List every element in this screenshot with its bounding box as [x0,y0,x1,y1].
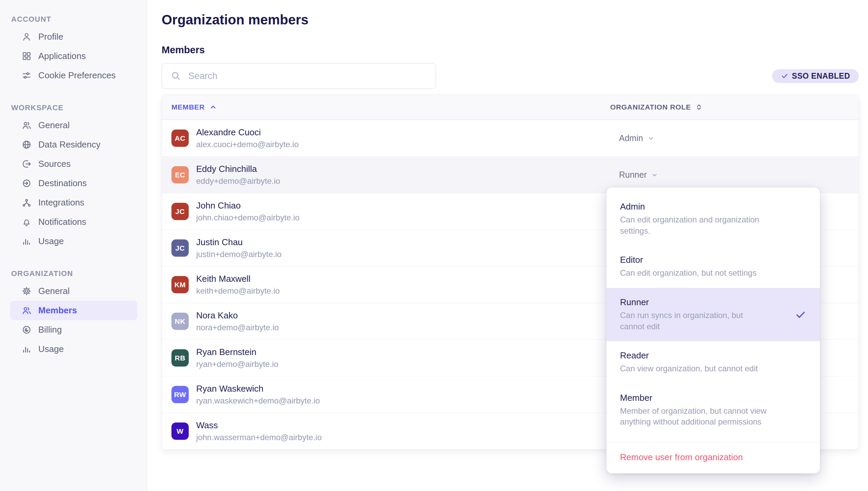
remove-user-link[interactable]: Remove user from organization [606,443,820,473]
sidebar-item-label: Usage [38,236,64,247]
role-option-description: Can run syncs in organization, but canno… [620,310,766,332]
role-option-editor[interactable]: Editor Can edit organization, but not se… [606,246,820,288]
sidebar-item-label: Data Residency [38,139,101,150]
sidebar-section-account: ACCOUNT [11,15,137,24]
sidebar-item-label: General [38,120,70,131]
sidebar-item-applications[interactable]: Applications [10,46,137,66]
selected-check-icon [795,309,806,320]
sidebar-item-destinations[interactable]: Destinations [10,174,137,193]
sso-badge-label: SSO ENABLED [792,72,850,81]
users-icon [21,120,32,131]
check-icon [781,72,788,80]
avatar: JC [171,203,189,220]
sidebar-item-label: Profile [38,32,63,42]
sort-asc-icon [209,103,217,111]
sidebar-item-data-residency[interactable]: Data Residency [10,135,137,154]
sidebar-item-label: Applications [38,51,86,61]
destination-icon [21,178,32,189]
role-option-runner[interactable]: Runner Can run syncs in organization, bu… [606,288,820,341]
source-icon [21,159,32,169]
sidebar-item-label: General [38,286,70,296]
table-row: AC Alexandre Cuocialex.cuoci+demo@airbyt… [162,120,859,156]
sidebar-item-label: Sources [38,159,70,169]
sidebar-item-label: Cookie Preferences [38,70,116,81]
member-email: ryan.waskewich+demo@airbyte.io [196,395,320,406]
avatar: NK [171,313,189,330]
column-header-organization-role[interactable]: ORGANIZATION ROLE [610,103,859,111]
grid-icon [21,51,32,61]
role-dropdown-trigger[interactable]: Admin [610,133,859,143]
sidebar-item-label: Members [38,305,77,316]
search-icon [170,71,181,81]
sidebar-item-workspace-general[interactable]: General [10,116,137,135]
role-option-member[interactable]: Member Member of organization, but canno… [606,384,820,437]
member-name: Ryan Waskewich [196,383,320,394]
role-option-admin[interactable]: Admin Can edit organization and organiza… [606,192,820,246]
member-email: john.wasserman+demo@airbyte.io [196,432,322,443]
member-email: eddy+demo@airbyte.io [196,176,280,186]
member-email: ryan+demo@airbyte.io [196,359,278,369]
role-option-title: Member [620,393,806,403]
sidebar-item-profile[interactable]: Profile [10,27,137,46]
chevron-down-icon [651,171,658,179]
role-option-description: Can view organization, but cannot edit [620,363,791,374]
member-name: John Chiao [196,200,299,211]
sort-both-icon [695,103,703,111]
sidebar-item-members[interactable]: Members [10,301,137,320]
sidebar-item-billing[interactable]: Billing [10,320,137,339]
sidebar-item-workspace-usage[interactable]: Usage [10,232,137,251]
member-name: Ryan Bernstein [196,347,278,358]
column-header-member[interactable]: MEMBER [162,103,610,111]
sidebar-item-cookie-preferences[interactable]: Cookie Preferences [10,66,137,85]
member-name: Keith Maxwell [196,273,280,284]
sidebar-item-sources[interactable]: Sources [10,154,137,174]
globe-icon [21,139,32,150]
role-option-title: Reader [620,350,806,361]
gear-icon [21,286,32,296]
role-dropdown-trigger[interactable]: Runner [610,170,859,180]
sidebar-item-label: Usage [38,344,64,354]
member-cell: NK Nora Kakonora+demo@airbyte.io [162,310,610,333]
search-box [162,63,436,89]
avatar: AC [171,130,189,147]
member-cell: EC Eddy Chinchillaeddy+demo@airbyte.io [162,163,610,186]
member-name: Alexandre Cuoci [196,127,299,138]
role-option-title: Runner [620,297,791,308]
sidebar-item-integrations[interactable]: Integrations [10,193,137,212]
search-input[interactable] [162,63,436,89]
role-option-reader[interactable]: Reader Can view organization, but cannot… [606,341,820,384]
member-cell: JC John Chiaojohn.chiao+demo@airbyte.io [162,200,610,223]
member-name: Wass [196,420,322,431]
sidebar-item-organization-general[interactable]: General [10,281,137,301]
member-email: john.chiao+demo@airbyte.io [196,212,299,223]
role-option-description: Can edit organization and organization s… [620,214,791,236]
sidebar-item-organization-usage[interactable]: Usage [10,339,137,359]
bell-icon [21,217,32,227]
bar-chart-icon [21,344,32,354]
table-header: MEMBER ORGANIZATION ROLE [162,95,859,120]
bar-chart-icon [21,236,32,247]
member-name: Eddy Chinchilla [196,163,280,175]
sso-enabled-badge: SSO ENABLED [772,69,859,83]
coin-icon [21,325,32,335]
member-cell: AC Alexandre Cuocialex.cuoci+demo@airbyt… [162,127,610,150]
member-email: alex.cuoci+demo@airbyte.io [196,139,299,150]
member-cell: W Wassjohn.wasserman+demo@airbyte.io [162,420,610,443]
avatar: W [171,423,189,440]
member-column-label: MEMBER [171,103,205,111]
sidebar-item-label: Notifications [38,217,86,227]
members-toolbar: SSO ENABLED [162,63,859,89]
avatar: EC [171,166,189,183]
member-cell: JC Justin Chaujustin+demo@airbyte.io [162,237,610,259]
sidebar-section-workspace: WORKSPACE [11,103,137,112]
member-cell: KM Keith Maxwellkeith+demo@airbyte.io [162,273,610,296]
role-option-description: Can edit organization, but not settings [620,268,791,279]
sidebar-item-label: Destinations [38,178,87,189]
sidebar-item-notifications[interactable]: Notifications [10,212,137,232]
avatar: JC [171,239,189,257]
sidebar-section-organization: ORGANIZATION [11,269,137,278]
role-option-title: Editor [620,255,806,265]
role-dropdown-menu: Admin Can edit organization and organiza… [606,188,820,473]
member-email: keith+demo@airbyte.io [196,286,280,296]
avatar: RW [171,386,189,403]
